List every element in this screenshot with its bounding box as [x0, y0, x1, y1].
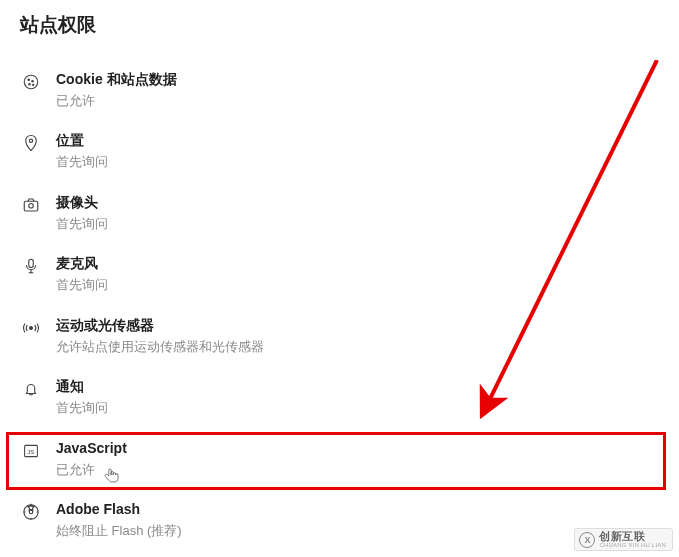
watermark-main: 创新互联: [599, 531, 666, 542]
javascript-icon: JS: [20, 440, 42, 462]
perm-item-sensors[interactable]: 运动或光传感器 允许站点使用运动传感器和光传感器: [20, 308, 679, 369]
svg-point-7: [29, 203, 34, 208]
svg-point-4: [33, 84, 34, 85]
perm-item-javascript[interactable]: JS JavaScript 已允许: [20, 431, 679, 492]
perm-label: 麦克风: [56, 254, 108, 274]
svg-rect-8: [29, 260, 34, 268]
cookie-icon: [20, 71, 42, 93]
perm-label: 通知: [56, 377, 108, 397]
perm-sub: 首先询问: [56, 400, 108, 417]
perm-label: JavaScript: [56, 439, 127, 459]
watermark: X 创新互联 CHUANG XIN HU LIAN: [574, 528, 673, 551]
perm-sub: 首先询问: [56, 154, 108, 171]
perm-sub: 已允许: [56, 462, 127, 479]
perm-label: Adobe Flash: [56, 500, 182, 520]
watermark-logo-icon: X: [579, 532, 595, 548]
bell-icon: [20, 378, 42, 400]
perm-label: 摄像头: [56, 193, 108, 213]
svg-point-15: [29, 511, 32, 514]
perm-item-camera[interactable]: 摄像头 首先询问: [20, 185, 679, 246]
microphone-icon: [20, 255, 42, 277]
location-icon: [20, 132, 42, 154]
svg-point-1: [28, 79, 30, 81]
perm-label: 运动或光传感器: [56, 316, 264, 336]
svg-rect-6: [24, 201, 38, 211]
perm-item-cookie[interactable]: Cookie 和站点数据 已允许: [20, 62, 679, 123]
svg-point-11: [30, 326, 33, 329]
perm-sub: 允许站点使用运动传感器和光传感器: [56, 339, 264, 356]
flash-icon: [20, 501, 42, 523]
perm-sub: 始终阻止 Flash (推荐): [56, 523, 182, 540]
perm-item-microphone[interactable]: 麦克风 首先询问: [20, 246, 679, 307]
svg-point-3: [29, 84, 31, 86]
perm-item-notifications[interactable]: 通知 首先询问: [20, 369, 679, 430]
perm-label: 位置: [56, 131, 108, 151]
svg-point-0: [24, 75, 38, 89]
camera-icon: [20, 194, 42, 216]
perm-sub: 已允许: [56, 93, 177, 110]
svg-point-14: [24, 505, 38, 519]
page-title: 站点权限: [20, 12, 679, 38]
watermark-sub: CHUANG XIN HU LIAN: [599, 542, 666, 548]
perm-item-location[interactable]: 位置 首先询问: [20, 123, 679, 184]
svg-text:JS: JS: [27, 449, 34, 455]
svg-point-5: [29, 140, 32, 143]
perm-sub: 首先询问: [56, 216, 108, 233]
sensor-icon: [20, 317, 42, 339]
svg-point-2: [32, 81, 34, 83]
perm-label: Cookie 和站点数据: [56, 70, 177, 90]
perm-sub: 首先询问: [56, 277, 108, 294]
